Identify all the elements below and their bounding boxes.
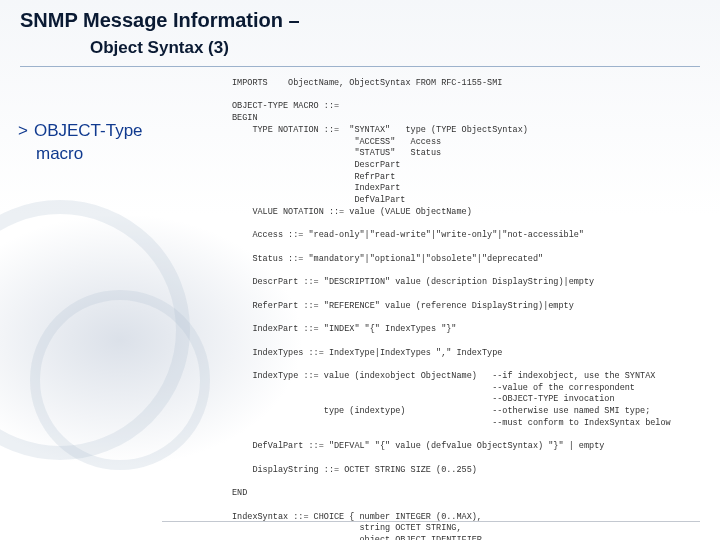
side-note-line2: macro — [18, 143, 208, 166]
side-note-line1: OBJECT-Type — [34, 121, 143, 140]
code-line: --must conform to IndexSyntax below — [232, 418, 671, 428]
code-line: string OCTET STRING, — [232, 523, 462, 533]
code-line: DefValPart ::= "DEFVAL" "{" value (defva… — [232, 441, 604, 451]
macro-code-block: IMPORTS ObjectName, ObjectSyntax FROM RF… — [232, 78, 712, 536]
code-line: DefValPart — [232, 195, 405, 205]
code-line: object OBJECT IDENTIFIER, — [232, 535, 487, 540]
code-line: BEGIN — [232, 113, 258, 123]
code-line: RefrPart — [232, 172, 395, 182]
code-line: Access ::= "read-only"|"read-write"|"wri… — [232, 230, 584, 240]
page-title: SNMP Message Information – — [0, 0, 720, 34]
code-line: type (indextype) --otherwise use named S… — [232, 406, 650, 416]
code-line: DescrPart ::= "DESCRIPTION" value (descr… — [232, 277, 594, 287]
code-line: IndexTypes ::= IndexType|IndexTypes "," … — [232, 348, 502, 358]
code-line: IndexPart ::= "INDEX" "{" IndexTypes "}" — [232, 324, 456, 334]
title-rule — [20, 66, 700, 67]
code-line: "STATUS" Status — [232, 148, 441, 158]
code-line: OBJECT-TYPE MACRO ::= — [232, 101, 339, 111]
code-line: Status ::= "mandatory"|"optional"|"obsol… — [232, 254, 543, 264]
chevron-right-icon: > — [18, 121, 28, 140]
code-line: --OBJECT-TYPE invocation — [232, 394, 615, 404]
code-line: IndexPart — [232, 183, 400, 193]
bottom-rule — [162, 521, 700, 522]
code-line: END — [232, 488, 247, 498]
code-line: DisplayString ::= OCTET STRING SIZE (0..… — [232, 465, 477, 475]
code-line: "ACCESS" Access — [232, 137, 441, 147]
code-line: IMPORTS ObjectName, ObjectSyntax FROM RF… — [232, 78, 502, 88]
side-note: >OBJECT-Type macro — [18, 120, 208, 166]
code-line: --value of the correspondent — [232, 383, 635, 393]
code-line: TYPE NOTATION ::= "SYNTAX" type (TYPE Ob… — [232, 125, 528, 135]
code-line: DescrPart — [232, 160, 400, 170]
code-line: IndexType ::= value (indexobject ObjectN… — [232, 371, 655, 381]
content-area: >OBJECT-Type macro IMPORTS ObjectName, O… — [0, 78, 720, 540]
code-line: VALUE NOTATION ::= value (VALUE ObjectNa… — [232, 207, 472, 217]
page-subtitle: Object Syntax (3) — [0, 34, 720, 64]
code-line: ReferPart ::= "REFERENCE" value (referen… — [232, 301, 574, 311]
